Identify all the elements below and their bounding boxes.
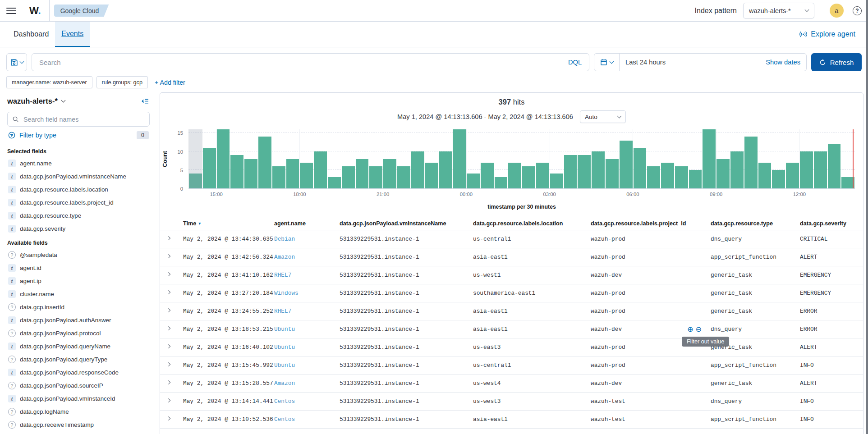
histogram-bar[interactable] <box>244 129 258 188</box>
filter-pill[interactable]: manager.name: wazuh-server <box>6 76 92 88</box>
expand-row-icon[interactable] <box>166 416 172 421</box>
avatar[interactable]: a <box>830 4 844 18</box>
cell-agent-name-link[interactable]: Amazon <box>274 380 295 387</box>
expand-row-icon[interactable] <box>166 308 172 313</box>
scrollbar[interactable] <box>866 0 868 434</box>
histogram-bar[interactable] <box>272 129 286 188</box>
field-item[interactable]: ? @sampledata <box>7 248 150 261</box>
histogram-bar[interactable] <box>369 129 383 188</box>
expand-row-icon[interactable] <box>166 272 172 277</box>
interval-select[interactable]: Auto <box>580 110 626 123</box>
calendar-button[interactable] <box>594 54 620 71</box>
histogram-bar[interactable] <box>744 129 758 188</box>
wazuh-logo[interactable]: W. <box>26 5 45 17</box>
add-filter-button[interactable]: + Add filter <box>152 79 188 86</box>
filter-for-value-icon[interactable]: ⊕ <box>687 326 693 333</box>
help-icon[interactable]: ? <box>853 6 862 15</box>
histogram-bar[interactable] <box>286 129 300 188</box>
histogram-bar[interactable] <box>508 129 522 188</box>
cell-agent-name-link[interactable]: Centos <box>274 398 295 405</box>
time-range-display[interactable]: Last 24 hours Show dates <box>620 54 806 71</box>
field-item[interactable]: t data.gcp.jsonPayload.responseCode <box>7 366 150 379</box>
field-item[interactable]: t data.gcp.jsonPayload.authAnswer <box>7 314 150 327</box>
search-input[interactable] <box>38 58 563 67</box>
menu-hamburger-icon[interactable] <box>6 8 16 14</box>
expand-row-icon[interactable] <box>166 362 172 367</box>
histogram-bar[interactable] <box>438 129 452 188</box>
collapse-sidebar-icon[interactable] <box>140 96 150 106</box>
field-item[interactable]: t cluster.name <box>7 288 150 301</box>
histogram-bar[interactable] <box>550 129 564 188</box>
histogram-bar[interactable] <box>299 129 313 188</box>
histogram-bar[interactable] <box>425 129 439 188</box>
sort-desc-icon[interactable]: ▾ <box>198 221 201 226</box>
query-language-button[interactable]: DQL <box>567 59 583 66</box>
histogram-bar[interactable] <box>564 129 578 188</box>
cell-agent-name-link[interactable]: Debian <box>274 236 295 242</box>
histogram-bar[interactable] <box>619 129 633 188</box>
field-item[interactable]: ? data.gcp.receiveTimestamp <box>7 418 150 431</box>
histogram-bar[interactable] <box>202 129 216 188</box>
histogram-bar[interactable] <box>591 129 605 188</box>
tab-dashboard[interactable]: Dashboard <box>7 22 55 47</box>
histogram-bar[interactable] <box>689 129 703 188</box>
filter-by-type[interactable]: Filter by type 0 <box>7 127 150 144</box>
column-header-vm-instance[interactable]: data.gcp.jsonPayload.vmInstanceName <box>340 220 473 227</box>
cell-agent-name-link[interactable]: Centos <box>274 416 295 423</box>
histogram-bar[interactable] <box>536 129 550 188</box>
field-item[interactable]: ? data.gcp.insertId <box>7 301 150 314</box>
histogram-bar[interactable] <box>466 129 480 188</box>
histogram-bar[interactable] <box>452 129 466 188</box>
histogram-bar[interactable] <box>355 129 369 188</box>
field-item[interactable]: t data.gcp.resource.labels.location <box>7 183 150 196</box>
histogram-bar[interactable] <box>716 129 730 188</box>
expand-row-icon[interactable] <box>166 398 172 403</box>
tab-events[interactable]: Events <box>55 22 90 47</box>
histogram-bar[interactable] <box>397 129 411 188</box>
field-item[interactable]: t data.gcp.resource.type <box>7 209 150 222</box>
cell-agent-name-link[interactable]: Amazon <box>274 254 295 260</box>
expand-row-icon[interactable] <box>166 380 172 385</box>
expand-row-icon[interactable] <box>166 254 172 259</box>
column-header-resource-type[interactable]: data.gcp.resource.type <box>711 220 800 227</box>
histogram-bar[interactable] <box>633 129 647 188</box>
cell-agent-name-link[interactable]: Ubuntu <box>274 344 295 351</box>
cell-agent-name-link[interactable]: RHEL7 <box>274 308 291 315</box>
column-header-location[interactable]: data.gcp.resource.labels.location <box>473 220 591 227</box>
histogram-bar[interactable] <box>216 129 230 188</box>
field-item[interactable]: t data.gcp.severity <box>7 222 150 235</box>
column-header-severity[interactable]: data.gcp.severity <box>800 220 863 227</box>
histogram-bar[interactable] <box>799 129 813 188</box>
field-item[interactable]: t data.gcp.resource.labels.project_id <box>7 196 150 209</box>
field-item[interactable]: t agent.id <box>7 261 150 274</box>
expand-row-icon[interactable] <box>166 290 172 295</box>
column-header-project-id[interactable]: data.gcp.resource.labels.project_id <box>591 220 711 227</box>
histogram-bar[interactable] <box>813 129 827 188</box>
filter-out-value-icon[interactable]: ⊖ <box>695 326 701 333</box>
histogram-bar[interactable] <box>647 129 661 188</box>
cell-agent-name-link[interactable]: Ubuntu <box>274 362 295 369</box>
histogram-bar[interactable] <box>758 129 772 188</box>
field-item[interactable]: ? data.gcp.jsonPayload.sourceIP <box>7 379 150 392</box>
cell-agent-name-link[interactable]: Windows <box>274 290 299 297</box>
field-item[interactable]: t agent.ip <box>7 274 150 288</box>
field-item[interactable]: t agent.name <box>7 157 150 170</box>
expand-row-icon[interactable] <box>166 236 172 241</box>
show-dates-button[interactable]: Show dates <box>766 59 800 66</box>
histogram-bar[interactable] <box>785 129 799 188</box>
field-search-input[interactable] <box>23 115 145 123</box>
field-item[interactable]: t data.gcp.resource.labels.source_type <box>7 431 150 434</box>
histogram-bar[interactable] <box>258 129 272 188</box>
histogram-bar[interactable] <box>661 129 675 188</box>
expand-row-icon[interactable] <box>166 326 172 331</box>
cell-agent-name-link[interactable]: Ubuntu <box>274 326 295 333</box>
index-pattern-select[interactable]: wazuh-alerts-* <box>743 3 814 18</box>
histogram-bar[interactable] <box>327 129 341 188</box>
field-item[interactable]: ? data.gcp.logName <box>7 405 150 418</box>
filter-pill[interactable]: rule.groups: gcp <box>96 76 148 88</box>
histogram-bar[interactable] <box>313 129 327 188</box>
histogram-bar[interactable] <box>730 129 744 188</box>
refresh-button[interactable]: Refresh <box>811 53 862 71</box>
breadcrumb[interactable]: Google Cloud <box>54 5 109 17</box>
histogram-bar[interactable] <box>827 129 841 188</box>
